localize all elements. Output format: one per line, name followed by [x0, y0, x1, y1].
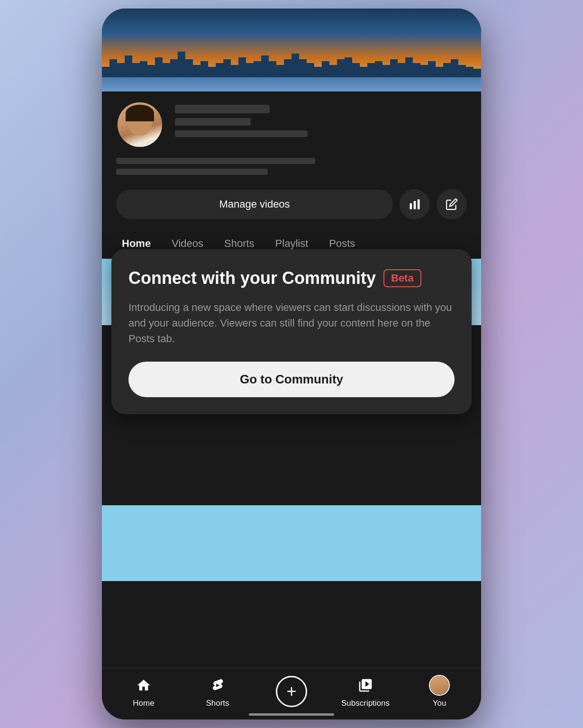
edit-icon	[446, 198, 458, 210]
channel-name-skeleton	[175, 105, 270, 113]
avatar-face	[118, 102, 162, 147]
you-avatar-inner	[430, 676, 449, 695]
beta-badge: Beta	[383, 269, 421, 287]
svg-rect-1	[414, 201, 416, 209]
edit-button[interactable]	[437, 189, 467, 219]
water-reflection	[102, 77, 481, 91]
shorts-icon	[207, 675, 228, 696]
avatar	[116, 101, 164, 148]
community-title: Connect with your Community	[128, 268, 376, 288]
svg-rect-0	[410, 203, 412, 209]
channel-desc-line1	[116, 158, 315, 164]
action-row: Manage videos	[102, 184, 481, 229]
channel-banner	[102, 9, 481, 91]
nav-item-shorts[interactable]: Shorts	[191, 675, 244, 708]
manage-videos-button[interactable]: Manage videos	[116, 190, 393, 219]
analytics-icon	[408, 198, 421, 211]
channel-handle-skeleton	[175, 118, 251, 126]
skyline-silhouette	[102, 44, 481, 82]
nav-item-add[interactable]: +	[265, 676, 318, 707]
community-card: Connect with your Community Beta Introdu…	[111, 249, 472, 414]
go-to-community-button[interactable]: Go to Community	[128, 362, 455, 397]
profile-info	[175, 101, 467, 142]
nav-label-you: You	[433, 699, 446, 708]
nav-label-home: Home	[133, 699, 154, 708]
subscriptions-icon	[355, 675, 376, 696]
community-description: Introducing a new space where viewers ca…	[128, 300, 455, 346]
add-icon: +	[276, 676, 307, 707]
phone-frame: Manage videos Home Videos Shorts Playlis…	[102, 9, 481, 719]
svg-rect-2	[418, 200, 420, 209]
channel-desc-line2	[116, 169, 268, 175]
profile-section	[102, 91, 481, 175]
community-title-row: Connect with your Community Beta	[128, 268, 455, 288]
analytics-button[interactable]	[400, 189, 430, 219]
profile-row	[116, 101, 467, 148]
main-content: Manage videos Home Videos Shorts Playlis…	[102, 9, 481, 658]
content-area: Connect with your Community Beta Introdu…	[102, 259, 481, 581]
bottom-nav: Home Shorts + Subscriptions	[102, 668, 481, 719]
nav-label-shorts: Shorts	[206, 699, 229, 708]
nav-item-subscriptions[interactable]: Subscriptions	[339, 675, 392, 708]
home-icon	[133, 675, 154, 696]
content-peek	[102, 505, 481, 581]
nav-item-you[interactable]: You	[413, 675, 465, 708]
channel-stats-skeleton	[175, 130, 308, 137]
nav-item-home[interactable]: Home	[118, 675, 170, 708]
home-indicator	[249, 713, 334, 716]
nav-label-subscriptions: Subscriptions	[341, 699, 390, 708]
you-avatar	[429, 675, 450, 696]
